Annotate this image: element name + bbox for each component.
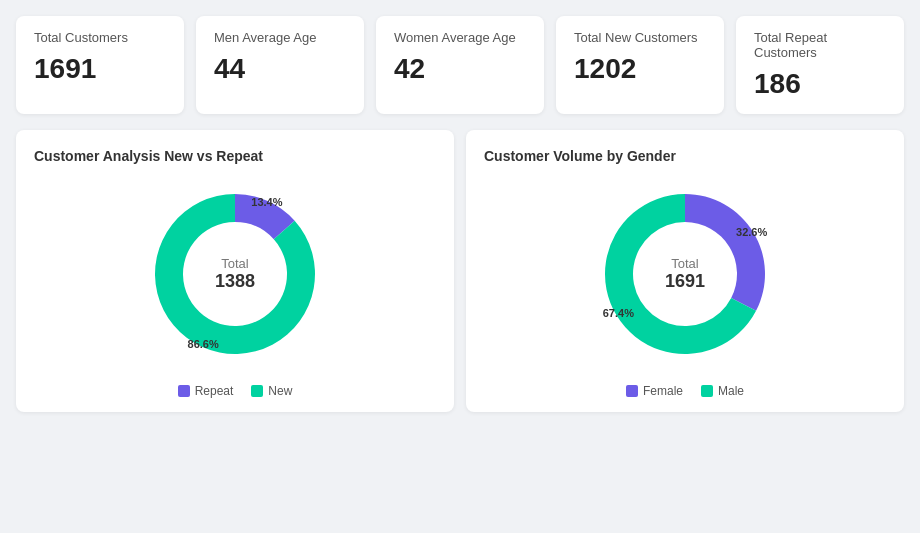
- new-vs-repeat-center-value: 1388: [215, 271, 255, 292]
- new-vs-repeat-title: Customer Analysis New vs Repeat: [34, 148, 436, 164]
- legend-label-repeat: Repeat: [195, 384, 234, 398]
- new-vs-repeat-center-label: Total: [215, 256, 255, 271]
- kpi-label: Women Average Age: [394, 30, 526, 45]
- kpi-row: Total Customers 1691 Men Average Age 44 …: [16, 16, 904, 114]
- kpi-card-women-avg-age: Women Average Age 42: [376, 16, 544, 114]
- kpi-card-total-new-customers: Total New Customers 1202: [556, 16, 724, 114]
- kpi-card-men-avg-age: Men Average Age 44: [196, 16, 364, 114]
- legend-label-new: New: [268, 384, 292, 398]
- legend-item-repeat: Repeat: [178, 384, 234, 398]
- donut-segment-female: [685, 194, 765, 311]
- new-vs-repeat-donut-container: 13.4%86.6% Total 1388 Repeat New: [34, 174, 436, 398]
- donut-pct-label-female: 32.6%: [736, 226, 767, 238]
- legend-item-new: New: [251, 384, 292, 398]
- legend-label-female: Female: [643, 384, 683, 398]
- new-vs-repeat-legend: Repeat New: [178, 384, 293, 398]
- legend-label-male: Male: [718, 384, 744, 398]
- legend-item-male: Male: [701, 384, 744, 398]
- donut-pct-label-new: 86.6%: [188, 338, 219, 350]
- by-gender-donut-container: 32.6%67.4% Total 1691 Female Male: [484, 174, 886, 398]
- kpi-label: Total Repeat Customers: [754, 30, 886, 60]
- kpi-value: 44: [214, 53, 346, 85]
- kpi-card-total-customers: Total Customers 1691: [16, 16, 184, 114]
- by-gender-donut-wrapper: 32.6%67.4% Total 1691: [585, 174, 785, 374]
- by-gender-title: Customer Volume by Gender: [484, 148, 886, 164]
- kpi-value: 42: [394, 53, 526, 85]
- legend-dot-female: [626, 385, 638, 397]
- kpi-value: 1691: [34, 53, 166, 85]
- new-vs-repeat-donut-wrapper: 13.4%86.6% Total 1388: [135, 174, 335, 374]
- legend-dot-male: [701, 385, 713, 397]
- legend-dot-new: [251, 385, 263, 397]
- kpi-card-total-repeat-customers: Total Repeat Customers 186: [736, 16, 904, 114]
- kpi-value: 1202: [574, 53, 706, 85]
- by-gender-center: Total 1691: [665, 256, 705, 292]
- kpi-value: 186: [754, 68, 886, 100]
- new-vs-repeat-card: Customer Analysis New vs Repeat 13.4%86.…: [16, 130, 454, 412]
- legend-item-female: Female: [626, 384, 683, 398]
- new-vs-repeat-center: Total 1388: [215, 256, 255, 292]
- by-gender-center-label: Total: [665, 256, 705, 271]
- donut-pct-label-male: 67.4%: [603, 307, 634, 319]
- kpi-label: Total New Customers: [574, 30, 706, 45]
- by-gender-center-value: 1691: [665, 271, 705, 292]
- legend-dot-repeat: [178, 385, 190, 397]
- by-gender-legend: Female Male: [626, 384, 744, 398]
- by-gender-card: Customer Volume by Gender 32.6%67.4% Tot…: [466, 130, 904, 412]
- kpi-label: Men Average Age: [214, 30, 346, 45]
- charts-row: Customer Analysis New vs Repeat 13.4%86.…: [16, 130, 904, 412]
- donut-pct-label-repeat: 13.4%: [251, 196, 282, 208]
- kpi-label: Total Customers: [34, 30, 166, 45]
